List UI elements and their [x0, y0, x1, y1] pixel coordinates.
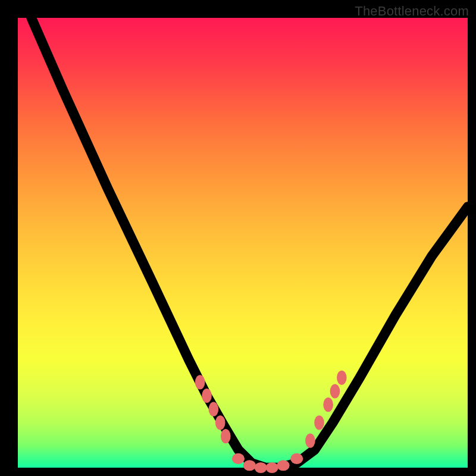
marker [195, 375, 205, 389]
marker [243, 460, 256, 471]
marker-group [195, 371, 347, 473]
marker [323, 397, 333, 412]
marker [232, 453, 245, 464]
marker [314, 415, 324, 430]
marker [305, 434, 315, 448]
marker [221, 429, 231, 443]
marker [215, 415, 226, 430]
marker [290, 453, 303, 464]
marker [255, 462, 267, 473]
marker [337, 371, 347, 385]
marker [209, 402, 219, 416]
marker [266, 462, 278, 473]
watermark-text: TheBottleneck.com [355, 4, 469, 19]
chart-stage: TheBottleneck.com [0, 0, 476, 476]
chart-overlay [18, 18, 468, 468]
marker [330, 384, 340, 398]
marker [202, 389, 212, 403]
marker [277, 460, 289, 471]
bottleneck-curve [32, 18, 468, 468]
